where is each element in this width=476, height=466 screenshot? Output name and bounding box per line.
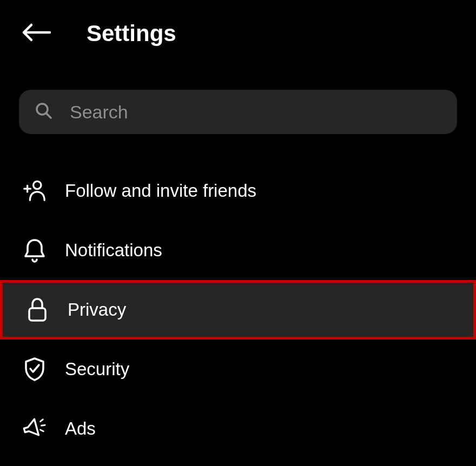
add-user-icon (23, 179, 47, 203)
svg-point-2 (34, 181, 41, 189)
settings-item-label: Security (65, 359, 129, 380)
settings-item-label: Notifications (65, 240, 162, 261)
lock-icon (25, 298, 49, 322)
back-button[interactable] (22, 23, 54, 44)
header: Settings (0, 0, 476, 63)
page-title: Settings (87, 21, 176, 46)
search-placeholder: Search (70, 102, 128, 123)
settings-item-security[interactable]: Security (0, 339, 476, 399)
svg-rect-5 (29, 308, 45, 321)
svg-line-6 (41, 420, 43, 422)
megaphone-icon (23, 417, 47, 441)
settings-item-follow-invite[interactable]: Follow and invite friends (0, 161, 476, 221)
settings-item-label: Follow and invite friends (65, 181, 256, 201)
settings-item-privacy[interactable]: Privacy (0, 280, 476, 339)
bell-icon (23, 238, 47, 262)
settings-item-notifications[interactable]: Notifications (0, 221, 476, 280)
search-input[interactable]: Search (19, 90, 457, 134)
settings-item-label: Ads (65, 418, 96, 439)
arrow-left-icon (22, 23, 52, 44)
svg-line-8 (41, 430, 44, 431)
search-icon (35, 102, 52, 122)
svg-line-7 (41, 425, 45, 425)
settings-item-ads[interactable]: Ads (0, 399, 476, 458)
shield-check-icon (23, 357, 47, 381)
settings-list: Follow and invite friends Notifications … (0, 161, 476, 458)
svg-line-1 (47, 114, 51, 118)
settings-item-label: Privacy (68, 299, 126, 320)
